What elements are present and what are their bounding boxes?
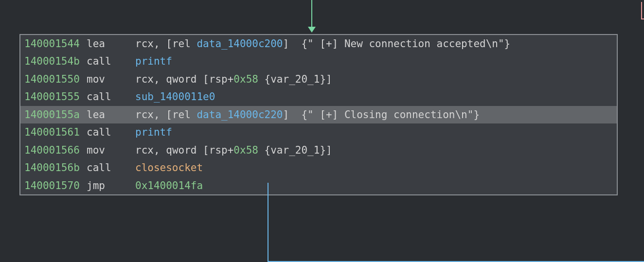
mnemonic: mov bbox=[87, 72, 135, 87]
address: 14000155a bbox=[24, 107, 87, 122]
operand-token: + bbox=[228, 144, 234, 156]
operand-token: }] bbox=[320, 73, 332, 85]
address: 140001555 bbox=[24, 89, 87, 104]
address: 140001550 bbox=[24, 72, 87, 87]
operand-token: rel bbox=[172, 109, 197, 121]
disasm-row[interactable]: 140001544learcx, [rel data_14000c200] {"… bbox=[20, 35, 617, 52]
operand-token: rcx bbox=[135, 38, 154, 50]
mnemonic: call bbox=[87, 54, 135, 69]
operand-token: 0x58 bbox=[233, 73, 258, 85]
operand-token: rcx bbox=[135, 73, 154, 85]
operand-token: ] {" [+] Closing connection\n"} bbox=[283, 109, 480, 121]
operand-token: 0x1400014fa bbox=[135, 180, 203, 192]
outgoing-edge-vertical bbox=[268, 183, 268, 262]
disasm-row[interactable]: 14000155alearcx, [rel data_14000c220] {"… bbox=[20, 106, 617, 123]
disasm-row[interactable]: 140001555callsub_1400011e0 bbox=[20, 88, 617, 105]
operand-token: data_14000c220 bbox=[197, 109, 283, 121]
operand-token: }] bbox=[320, 144, 332, 156]
address: 140001544 bbox=[24, 36, 87, 51]
incoming-edge-line bbox=[311, 0, 312, 30]
operands: printf bbox=[135, 125, 613, 140]
operands: rcx, [rel data_14000c220] {" [+] Closing… bbox=[135, 107, 613, 122]
operands: rcx, qword [rsp+0x58 {var_20_1}] bbox=[135, 72, 613, 87]
incoming-edge-arrowhead-icon bbox=[308, 27, 316, 33]
mnemonic: call bbox=[87, 160, 135, 175]
operand-token: { bbox=[258, 73, 270, 85]
address: 140001561 bbox=[24, 125, 87, 140]
operand-token: , bbox=[154, 73, 166, 85]
disasm-row[interactable]: 140001566movrcx, qword [rsp+0x58 {var_20… bbox=[20, 141, 617, 159]
mnemonic: lea bbox=[87, 107, 135, 122]
address: 140001566 bbox=[24, 143, 87, 157]
operand-token: + bbox=[228, 73, 234, 85]
operand-token: rcx bbox=[135, 109, 154, 121]
address: 14000156b bbox=[24, 160, 87, 175]
operands: printf bbox=[135, 54, 613, 69]
disasm-row[interactable]: 140001570jmp0x1400014fa bbox=[20, 177, 617, 194]
mnemonic: mov bbox=[87, 143, 135, 157]
operand-token: { bbox=[258, 144, 270, 156]
operand-token: var_20_1 bbox=[270, 144, 320, 156]
operands: sub_1400011e0 bbox=[135, 89, 613, 104]
operand-token: rel bbox=[172, 38, 197, 50]
operand-token: [ bbox=[203, 144, 209, 156]
operand-token: , [ bbox=[154, 38, 172, 50]
disasm-row[interactable]: 140001550movrcx, qword [rsp+0x58 {var_20… bbox=[20, 70, 617, 88]
disasm-row[interactable]: 14000156bcallclosesocket bbox=[20, 159, 617, 176]
operand-token: 0x58 bbox=[233, 144, 258, 156]
mnemonic: call bbox=[87, 89, 135, 104]
operand-token: ] {" [+] New connection accepted\n"} bbox=[283, 38, 510, 50]
operand-token: , bbox=[154, 144, 166, 156]
operand-token: sub_1400011e0 bbox=[135, 91, 215, 103]
mnemonic: jmp bbox=[87, 178, 135, 193]
operand-token: printf bbox=[135, 126, 172, 138]
operand-token: rsp bbox=[209, 73, 228, 85]
operands: 0x1400014fa bbox=[135, 178, 613, 193]
operands: closesocket bbox=[135, 160, 613, 175]
operand-token: qword bbox=[166, 144, 203, 156]
disasm-row[interactable]: 14000154bcallprintf bbox=[20, 52, 617, 70]
operand-token: printf bbox=[135, 55, 172, 67]
operands: rcx, qword [rsp+0x58 {var_20_1}] bbox=[135, 143, 613, 157]
operands: rcx, [rel data_14000c200] {" [+] New con… bbox=[135, 36, 613, 51]
operand-token: , [ bbox=[154, 109, 172, 121]
right-edge-fragment bbox=[641, 2, 644, 19]
operand-token: qword bbox=[166, 73, 203, 85]
operand-token: rcx bbox=[135, 144, 154, 156]
disassembly-block[interactable]: 140001544learcx, [rel data_14000c200] {"… bbox=[19, 34, 618, 195]
mnemonic: call bbox=[87, 125, 135, 140]
address: 14000154b bbox=[24, 54, 87, 69]
address: 140001570 bbox=[24, 178, 87, 193]
operand-token: data_14000c200 bbox=[197, 38, 283, 50]
operand-token: rsp bbox=[209, 144, 228, 156]
mnemonic: lea bbox=[87, 36, 135, 51]
disasm-row[interactable]: 140001561callprintf bbox=[20, 123, 617, 141]
operand-token: closesocket bbox=[135, 162, 203, 174]
operand-token: var_20_1 bbox=[270, 73, 320, 85]
operand-token: [ bbox=[203, 73, 209, 85]
